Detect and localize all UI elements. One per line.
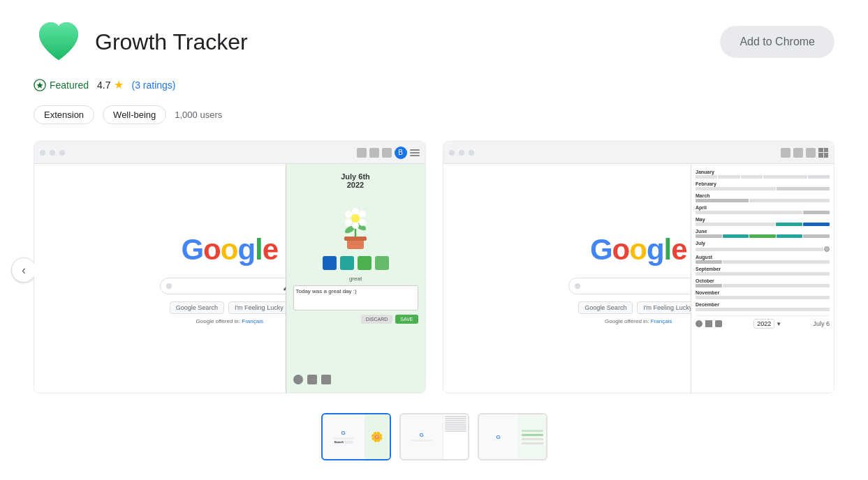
offered-lang-2: Français — [651, 318, 672, 324]
app-icon — [34, 17, 84, 67]
google-search-bar-1[interactable]: 🎤 — [160, 278, 300, 294]
cal-bar — [445, 420, 466, 421]
screenshot-1-inner: B Google — [34, 142, 425, 393]
toolbar-dot — [50, 150, 55, 156]
google-search-bar-2[interactable]: 🎤 — [568, 278, 708, 294]
month-bars — [696, 175, 830, 179]
svg-point-8 — [359, 211, 366, 218]
cal-bar — [445, 428, 466, 430]
month-november: November — [696, 290, 830, 299]
toolbar-icon — [793, 148, 803, 158]
thumbnail-2[interactable]: G — [399, 413, 469, 460]
month-october: October — [696, 278, 830, 287]
ratings-link[interactable]: (3 ratings) — [132, 80, 176, 91]
cal-bar — [445, 416, 466, 417]
google-search-btn: Google Search — [170, 301, 224, 314]
toolbar-dot — [459, 150, 464, 156]
color-swatch-blue[interactable] — [323, 256, 337, 270]
month-label: June — [696, 229, 830, 234]
calendar-date-display: July 6 — [813, 320, 830, 327]
search-dot-2 — [575, 283, 580, 289]
month-september: September — [696, 267, 830, 276]
year-selector[interactable]: 2022 ▼ — [753, 319, 781, 329]
svg-point-9 — [359, 219, 366, 226]
browser-content-2: Google 🎤 Google Search I'm Feeling Lucky… — [443, 164, 834, 393]
toolbar-icon — [382, 148, 392, 158]
thumb-3-inner: G — [479, 414, 546, 459]
browser-content-1: Google 🎤 Google Search I'm Feeling Lucky… — [34, 164, 425, 393]
toolbar-icon — [369, 148, 379, 158]
month-label: July — [696, 241, 830, 246]
toolbar-icon — [806, 148, 816, 158]
toolbar-dot — [449, 150, 455, 156]
svg-point-12 — [345, 211, 352, 218]
featured-label: Featured — [50, 80, 89, 91]
journal-popup: July 6th 2022 — [286, 164, 425, 393]
journal-textarea[interactable]: Today was a great day :) — [293, 285, 418, 310]
cal-bar — [445, 424, 466, 426]
user-avatar: B — [395, 147, 407, 159]
browser-toolbar-1: B — [34, 142, 425, 164]
thumb-google-1: G Search — [323, 414, 365, 459]
month-label: February — [696, 181, 830, 186]
thumb-google-3: G — [479, 414, 518, 459]
search-dot — [166, 283, 172, 289]
thumbnail-1[interactable]: G Search 🌼 — [321, 413, 391, 460]
discard-button[interactable]: DISCARD — [361, 315, 393, 324]
featured-badge: Featured — [34, 79, 89, 91]
cal-bar — [445, 418, 466, 419]
feeling-lucky-btn: I'm Feeling Lucky — [228, 301, 290, 314]
cal-icon-3 — [715, 320, 722, 327]
header-left: Growth Tracker — [34, 17, 248, 67]
prev-arrow-button[interactable]: ‹ — [11, 257, 36, 283]
screenshot-2: Google 🎤 Google Search I'm Feeling Lucky… — [443, 141, 835, 393]
svg-point-11 — [345, 219, 352, 226]
thumb-1-inner: G Search 🌼 — [323, 414, 390, 459]
header: Growth Tracker Add to Chrome — [0, 0, 868, 78]
grid-icon — [818, 148, 828, 158]
google-buttons-1: Google Search I'm Feeling Lucky — [170, 301, 290, 314]
google-search-btn-2: Google Search — [578, 301, 633, 314]
toolbar-icon — [781, 148, 790, 158]
month-label: September — [696, 267, 830, 271]
toolbar-dot — [59, 150, 65, 156]
month-label: May — [696, 217, 830, 222]
month-label: January — [696, 170, 830, 174]
browser-mock-2: Google 🎤 Google Search I'm Feeling Lucky… — [443, 142, 834, 393]
svg-point-13 — [351, 214, 360, 223]
screenshot-2-inner: Google 🎤 Google Search I'm Feeling Lucky… — [443, 142, 834, 393]
chevron-down-icon: ▼ — [776, 321, 781, 327]
color-swatch-green2[interactable] — [375, 256, 389, 270]
month-january: January — [696, 170, 830, 179]
offered-lang-1: Français — [242, 318, 263, 324]
featured-icon — [34, 79, 46, 91]
feeling-lucky-btn-2: I'm Feeling Lucky — [637, 301, 698, 314]
svg-point-7 — [352, 208, 359, 215]
color-swatch-green1[interactable] — [358, 256, 372, 270]
toolbar-icons-2 — [781, 148, 828, 158]
google-offered-2: Google offered in: Français — [605, 318, 672, 324]
year-value: 2022 — [753, 319, 774, 329]
popup-date: July 6th 2022 — [341, 172, 370, 189]
popup-footer-icons — [293, 375, 331, 384]
add-to-chrome-button[interactable]: Add to Chrome — [720, 26, 834, 58]
save-button[interactable]: SAVE — [395, 315, 418, 324]
screenshot-1: B Google — [34, 141, 426, 393]
month-label: November — [696, 290, 830, 295]
calendar-overlay: .cal-bar-container { margin-bottom: 4px;… — [691, 164, 834, 393]
thumbnail-3[interactable]: G — [478, 413, 547, 460]
color-swatch-teal1[interactable] — [340, 256, 354, 270]
users-count: 1,000 users — [175, 110, 222, 120]
cal-bar — [445, 426, 466, 428]
footer-icon-1 — [293, 375, 303, 384]
color-label: great — [349, 276, 362, 282]
thumb-google-2: G — [401, 414, 443, 459]
cal-icon-1 — [696, 320, 703, 327]
month-march: March — [696, 193, 830, 202]
month-label: October — [696, 278, 830, 283]
month-label: August — [696, 255, 830, 260]
menu-icon — [410, 148, 420, 158]
google-logo-1: Google — [181, 233, 278, 267]
footer-icon-3 — [321, 375, 331, 384]
thumb-2-inner: G — [401, 414, 468, 459]
